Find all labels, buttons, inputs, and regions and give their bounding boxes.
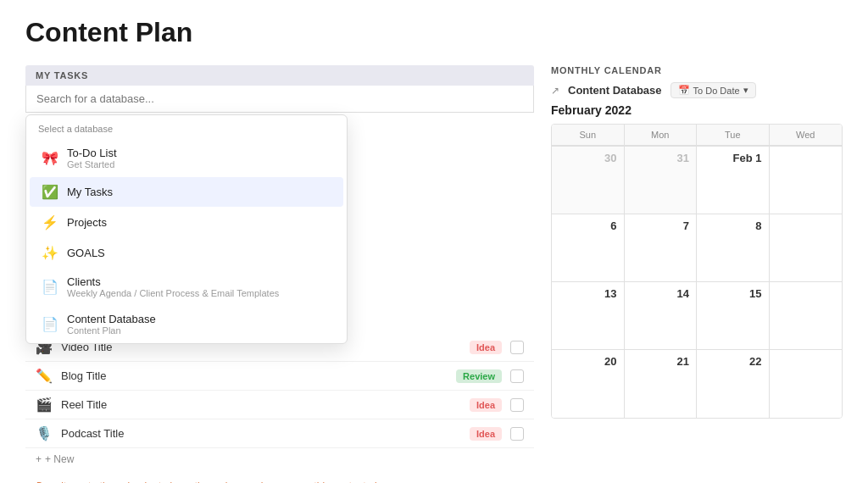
cell-7: 7 (625, 214, 698, 282)
main-layout: MY TASKS Select a database 🎀 To-Do List … (25, 65, 843, 455)
cell-w4-4 (770, 350, 843, 418)
cell-feb1: Feb 1 (697, 147, 770, 214)
reel-badge: Idea (470, 398, 502, 412)
podcast-title: Podcast Title (61, 427, 470, 440)
date-feb1: Feb 1 (704, 152, 762, 164)
dropdown-item-clients[interactable]: 📄 Clients Weekly Agenda / Client Process… (30, 269, 343, 305)
week-1: 30 31 Feb 1 (552, 147, 842, 214)
right-panel: MONTHLY CALENDAR ↗ Content Database 📅 To… (551, 65, 843, 455)
todo-name: To-Do List (67, 147, 117, 159)
header-mon: Mon (625, 125, 698, 146)
video-checkbox[interactable] (510, 341, 524, 354)
cell-w3-4 (770, 282, 843, 350)
date-20: 20 (559, 355, 617, 368)
todo-icon: 🎀 (42, 150, 58, 166)
new-label: + New (45, 453, 74, 465)
podcast-checkbox[interactable] (510, 427, 524, 441)
link-arrow-icon: ↗ (551, 85, 559, 97)
dropdown-item-projects[interactable]: ⚡ Projects (30, 208, 343, 237)
row-reel: 🎬 Reel Title Idea (25, 391, 534, 419)
calendar-db-link[interactable]: Content Database (568, 84, 662, 97)
dropdown-item-content[interactable]: 📄 Content Database Content Plan (30, 306, 343, 342)
projects-icon: ⚡ (42, 214, 58, 230)
new-button[interactable]: + + New (25, 448, 534, 470)
date-15: 15 (704, 287, 762, 300)
date-7: 7 (632, 219, 690, 232)
header-tue: Tue (697, 125, 770, 146)
video-badge: Idea (470, 341, 502, 354)
cell-w2-4 (770, 214, 843, 282)
blog-title: Blog Title (61, 369, 456, 382)
mytasks-name: My Tasks (67, 186, 113, 198)
blog-checkbox[interactable] (510, 369, 524, 383)
date-31: 31 (632, 152, 690, 164)
cell-w1-4 (770, 147, 843, 214)
calendar-filter-badge[interactable]: 📅 To Do Date ▾ (670, 82, 756, 98)
my-tasks-header: MY TASKS (25, 65, 534, 86)
blog-icon: ✏️ (36, 368, 54, 384)
todo-sub: Get Started (67, 159, 117, 169)
header-wed: Wed (770, 125, 843, 146)
calendar-day-headers: Sun Mon Tue Wed (552, 125, 842, 147)
cell-8: 8 (697, 214, 770, 282)
cell-15: 15 (697, 282, 770, 350)
calendar-nav: ↗ Content Database 📅 To Do Date ▾ (551, 82, 843, 98)
calendar-grid: Sun Mon Tue Wed 30 31 Feb 1 (551, 124, 843, 419)
dropdown-label: Select a database (26, 115, 347, 139)
cell-22: 22 (697, 350, 770, 418)
cell-30: 30 (552, 147, 625, 214)
date-14: 14 (632, 287, 690, 300)
row-podcast: 🎙️ Podcast Title Idea (25, 419, 534, 448)
clients-sub: Weekly Agenda / Client Process & Email T… (67, 288, 279, 298)
cell-20: 20 (552, 350, 625, 418)
clients-icon: 📄 (42, 279, 58, 295)
date-13: 13 (559, 287, 617, 300)
content-icon: 📄 (42, 316, 58, 332)
left-panel: MY TASKS Select a database 🎀 To-Do List … (25, 65, 534, 455)
cell-31: 31 (625, 147, 698, 214)
dropdown-item-goals[interactable]: ✨ GOALS (30, 238, 343, 268)
calendar-header: MONTHLY CALENDAR ↗ Content Database 📅 To… (551, 65, 843, 117)
cell-14: 14 (625, 282, 698, 350)
calendar-icon: 📅 (678, 85, 690, 96)
database-dropdown: Select a database 🎀 To-Do List Get Start… (25, 114, 348, 344)
reel-icon: 🎬 (36, 397, 54, 413)
dropdown-item-todo[interactable]: 🎀 To-Do List Get Started (30, 140, 343, 176)
week-2: 6 7 8 (552, 214, 842, 282)
projects-name: Projects (67, 216, 107, 229)
content-name: Content Database (67, 313, 156, 325)
calendar-section-title: MONTHLY CALENDAR (551, 65, 843, 75)
week-3: 13 14 15 (552, 282, 842, 350)
content-rows: 🎥 Video Title Idea ✏️ Blog Title Review … (25, 333, 534, 483)
page: Content Plan MY TASKS Select a database … (0, 0, 868, 483)
goals-name: GOALS (67, 247, 105, 259)
cell-13: 13 (552, 282, 625, 350)
cell-6: 6 (552, 214, 625, 282)
date-6: 6 (559, 219, 617, 232)
date-30: 30 (559, 152, 617, 164)
goals-icon: ✨ (42, 245, 58, 261)
podcast-icon: 🎙️ (36, 425, 54, 441)
header-sun: Sun (552, 125, 625, 146)
caret-icon: ▾ (743, 85, 748, 96)
plus-icon: + (36, 453, 42, 465)
row-blog: ✏️ Blog Title Review (25, 362, 534, 391)
drag-hint: Drag items to the calendar to have them … (25, 470, 534, 483)
reel-checkbox[interactable] (510, 398, 524, 412)
month-label: February 2022 (551, 103, 843, 117)
filter-label: To Do Date (693, 86, 740, 96)
cell-21: 21 (625, 350, 698, 418)
date-8: 8 (704, 219, 762, 232)
page-title: Content Plan (25, 17, 843, 48)
reel-title: Reel Title (61, 398, 470, 411)
clients-name: Clients (67, 275, 279, 288)
date-21: 21 (632, 355, 690, 368)
podcast-badge: Idea (470, 427, 502, 441)
content-sub: Content Plan (67, 325, 156, 336)
blog-badge: Review (456, 369, 502, 383)
mytasks-icon: ✅ (42, 184, 58, 200)
date-22: 22 (704, 355, 762, 368)
dropdown-item-mytasks[interactable]: ✅ My Tasks (30, 177, 343, 207)
week-4: 20 21 22 (552, 350, 842, 418)
search-input[interactable] (25, 86, 534, 113)
